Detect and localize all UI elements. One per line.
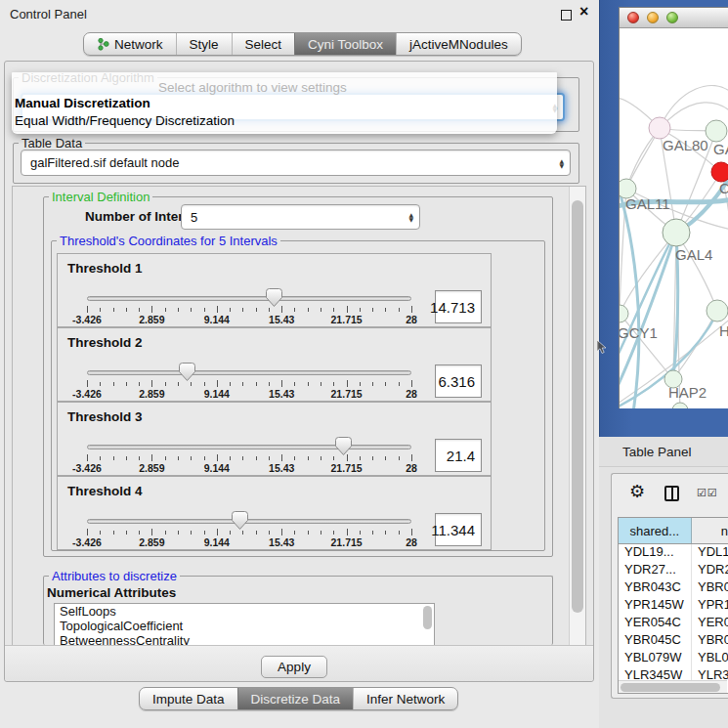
slider-thumb[interactable] [232,511,248,530]
slider-tick-label: 28 [406,388,417,400]
table-cell-name[interactable]: YBR0 [692,579,728,597]
tab-cyni-toolbox[interactable]: Cyni Toolbox [294,33,396,55]
slider-tick [321,308,321,312]
table-cell-shared-name[interactable]: YPR145W [619,597,692,615]
slider-tick [217,306,218,313]
table-horizontal-scrollbar[interactable] [619,680,727,693]
slider-thumb[interactable] [179,363,195,381]
table-row[interactable]: YBL079W YBL0 [619,650,728,667]
network-node[interactable] [649,117,670,139]
table-cell-name[interactable]: YBL0 [692,650,728,667]
network-node[interactable] [620,305,628,322]
network-node[interactable] [706,120,727,142]
tab-discretize-data[interactable]: Discretize Data [237,688,354,709]
table-cell-shared-name[interactable]: YDL19... [619,544,692,562]
columns-icon[interactable] [664,486,679,501]
list-scrollbar[interactable] [423,606,432,629]
slider-tick [269,456,270,460]
table-cell-name[interactable]: YPR1 [692,597,728,615]
slider-tick [347,306,348,313]
table-row[interactable]: YDR27... YDR2 [619,562,728,579]
table-cell-name[interactable]: YDL1 [692,544,728,562]
threshold-3-value-field[interactable]: 21.4 [435,439,482,472]
table-cell-shared-name[interactable]: YBR045C [619,632,692,650]
slider-tick [204,382,205,386]
algorithm-option-equal-width-frequency[interactable]: Equal Width/Frequency Discretization [15,113,235,128]
table-row[interactable]: YDL19... YDL1 [619,544,728,562]
network-node-label: GCY1 [620,324,658,341]
column-header-shared-name[interactable]: shared... [619,518,692,543]
slider-tick [347,380,348,387]
table-data-combobox[interactable]: galFiltered.sif default node ▲▼ [21,150,571,176]
table-horizontal-scrollbar-thumb[interactable] [621,683,720,692]
network-canvas[interactable]: GAL80GACGAL11GAL4GCY1HHAP2 [620,29,728,408]
apply-button[interactable]: Apply [261,656,327,678]
table-cell-shared-name[interactable]: YDR27... [619,562,692,579]
tab-infer-network[interactable]: Infer Network [353,688,457,709]
network-node[interactable] [672,403,688,408]
algorithm-option-placeholder[interactable]: Select algorithm to view settings [158,80,347,95]
table-cell-shared-name[interactable]: YBR043C [619,579,692,597]
attribute-list-item[interactable]: TopologicalCoefficient [55,619,434,633]
slider-tick [385,456,386,460]
table-row[interactable]: YPR145W YPR1 [619,597,728,615]
table-row[interactable]: YBR045C YBR0 [619,632,728,650]
main-scrollbar[interactable] [569,187,585,645]
table-cell-shared-name[interactable]: YER054C [619,615,692,632]
slider-tick [372,456,373,460]
slider-tick [308,456,309,460]
network-node[interactable] [711,162,728,182]
slider-tick [242,531,243,535]
threshold-2-value-field[interactable]: 6.316 [435,364,482,398]
tab-network[interactable]: Network [84,33,176,55]
float-window-icon[interactable] [561,10,572,21]
table-cell-shared-name[interactable]: YBL079W [619,650,692,667]
table-cell-name[interactable]: YBR0 [692,632,728,650]
slider-tick [230,382,231,386]
algorithm-option-manual-discretization[interactable]: Manual Discretization [15,96,150,110]
tab-style[interactable]: Style [176,33,232,55]
slider-tick-label: -3.426 [72,388,102,400]
threshold-1-value-field[interactable]: 14.713 [435,290,482,323]
table-cell-name[interactable]: YDR2 [692,562,728,579]
close-icon[interactable]: × [579,3,588,21]
slider-tick [204,308,205,312]
numerical-attributes-list[interactable]: SelfLoopsTopologicalCoefficientBetweenne… [54,603,435,648]
select-checkboxes-icon[interactable]: ☑☑ [697,487,718,499]
column-header-name[interactable]: n [692,518,728,543]
threshold-3-slider[interactable]: -3.4262.8599.14415.4321.71528 [58,403,492,477]
network-view-window: GAL80GACGAL11GAL4GCY1HHAP2 [619,7,728,408]
zoom-traffic-light-icon[interactable] [666,12,678,23]
tab-impute-data[interactable]: Impute Data [140,688,237,709]
slider-tick [256,531,257,535]
network-window-titlebar[interactable] [620,8,728,28]
slider-tick [126,308,127,312]
slider-thumb[interactable] [266,288,282,307]
slider-thumb[interactable] [335,437,352,455]
slider-tick [178,382,179,386]
table-row[interactable]: YER054C YER0 [619,615,728,632]
threshold-4-value-field[interactable]: 11.344 [435,513,482,546]
main-scrollbar-thumb[interactable] [572,200,583,613]
minimize-traffic-light-icon[interactable] [647,12,659,23]
threshold-2-slider[interactable]: -3.4262.8599.14415.4321.71528 [58,328,492,403]
tab-select[interactable]: Select [232,33,295,55]
network-node[interactable] [707,300,728,321]
slider-tick [230,456,231,460]
number-of-intervals-combobox[interactable]: 5 ▲▼ [181,204,420,230]
slider-tick [113,531,114,535]
tab-jactivemnodules[interactable]: jActiveMNodules [396,33,521,55]
threshold-4-slider[interactable]: -3.4262.8599.14415.4321.71528 [58,477,492,551]
gear-icon[interactable]: ⚙ [629,482,645,501]
tab-style-label: Style [190,37,219,52]
close-traffic-light-icon[interactable] [627,12,639,23]
thresholds-coordinates-title: Threshold's Coordinates for 5 Intervals [57,234,280,248]
threshold-1-slider[interactable]: -3.4262.8599.14415.4321.71528 [58,254,492,328]
table-cell-name[interactable]: YER0 [692,615,728,632]
combo-arrows-icon: ▲▼ [559,158,564,168]
slider-tick [217,454,218,461]
network-node[interactable] [663,219,690,246]
threshold-4-panel: Threshold 4 -3.4262.8599.14415.4321.7152… [57,476,492,550]
attribute-list-item[interactable]: SelfLoops [55,604,434,619]
table-row[interactable]: YBR043C YBR0 [619,579,728,597]
